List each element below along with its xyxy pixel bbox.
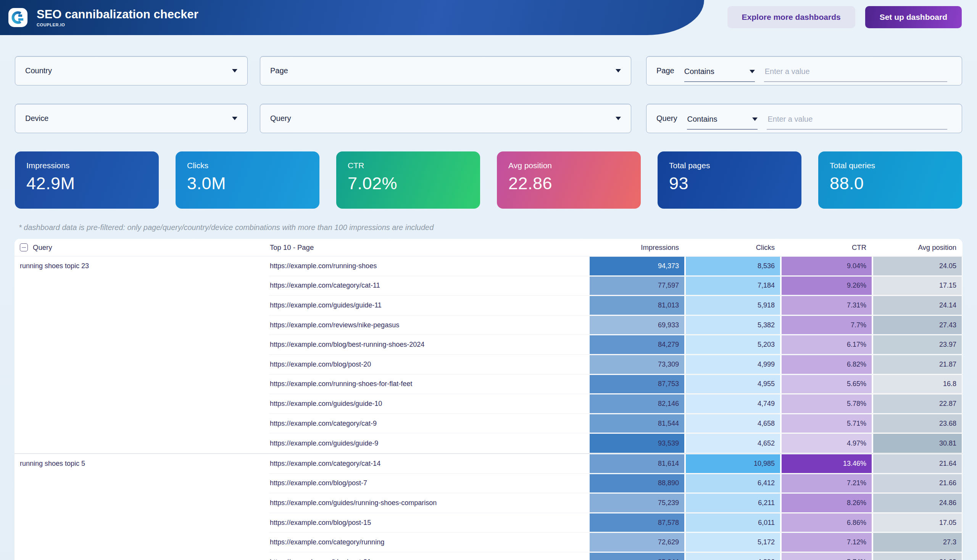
prefilter-note: * dashboard data is pre-filtered: only p… [19, 223, 977, 232]
avg-cell: 23.68 [873, 414, 962, 433]
kpi-card-total-queries: Total queries88.0 [818, 152, 962, 209]
query-filter-label: Query [270, 114, 291, 123]
kpi-card-impressions: Impressions42.9M [15, 152, 159, 209]
kpi-card-clicks: Clicks3.0M [175, 152, 319, 209]
page-url-cell: https://example.com/blog/post-15 [269, 513, 589, 533]
kpi-value: 3.0M [187, 173, 308, 193]
query-filter-value-input[interactable] [767, 115, 947, 130]
country-filter-label: Country [25, 67, 52, 75]
clicks-cell: 6,412 [686, 474, 780, 493]
avg-cell: 22.87 [873, 395, 962, 413]
avg-cell: 24.14 [873, 296, 962, 315]
table-row: https://example.com/running-shoes-for-fl… [269, 375, 962, 395]
ctr-cell: 7.21% [782, 474, 872, 493]
filter-row-1: Country Page Page Contains [15, 56, 962, 85]
page-column-header[interactable]: Top 10 - Page [269, 243, 589, 252]
query-header-label: Query [33, 243, 52, 252]
clicks-cell: 10,985 [686, 454, 780, 473]
impressions-cell: 69,933 [590, 316, 684, 335]
clicks-cell: 5,203 [686, 335, 780, 354]
page-url-cell: https://example.com/blog/best-running-sh… [269, 335, 589, 354]
ctr-cell: 7.7% [782, 316, 872, 335]
table-header-row: Query Top 10 - Page Impressions Clicks C… [15, 239, 962, 257]
page-url-cell: https://example.com/blog/post-7 [269, 474, 589, 493]
clicks-cell: 6,211 [686, 493, 780, 512]
device-filter-label: Device [25, 114, 48, 123]
impressions-cell: 84,279 [590, 335, 684, 354]
kpi-card-total-pages: Total pages93 [658, 152, 802, 209]
avg-cell: 16.8 [873, 375, 962, 394]
query-group: running shoes topic 5https://example.com… [15, 453, 962, 560]
page-operator-dropdown[interactable]: Contains [684, 67, 755, 82]
impressions-cell: 73,309 [590, 355, 684, 374]
impressions-cell: 88,890 [590, 474, 684, 493]
ctr-cell: 6.86% [782, 513, 872, 532]
impressions-cell: 87,578 [590, 513, 684, 532]
page-url-cell: https://example.com/guides/guide-11 [269, 296, 589, 315]
ctr-cell: 6.82% [782, 355, 872, 374]
page-url-cell: https://example.com/category/cat-14 [269, 454, 589, 473]
avg-cell: 21.64 [873, 454, 962, 473]
ctr-column-header[interactable]: CTR [781, 243, 872, 252]
table-body: running shoes topic 23https://example.co… [15, 257, 962, 560]
impressions-column-header[interactable]: Impressions [589, 243, 685, 252]
table-row: https://example.com/blog/best-running-sh… [269, 335, 962, 355]
page-url-cell: https://example.com/category/cat-11 [269, 276, 589, 296]
ctr-cell: 4.97% [782, 434, 872, 453]
page-url-cell: https://example.com/category/cat-9 [269, 414, 589, 433]
avg-position-column-header[interactable]: Avg position [872, 243, 962, 252]
avg-cell: 17.05 [873, 513, 962, 532]
kpi-label: CTR [348, 161, 469, 170]
query-operator-dropdown[interactable]: Contains [687, 115, 758, 130]
table-row: https://example.com/category/running72,6… [269, 533, 962, 552]
filter-area: Country Page Page Contains Device Query … [15, 56, 962, 133]
page-url-cell: https://example.com/guides/running-shoes… [269, 493, 589, 513]
avg-cell: 21.87 [873, 355, 962, 374]
explore-dashboards-button[interactable]: Explore more dashboards [727, 6, 855, 28]
page-url-cell: https://example.com/reviews/nike-pegasus [269, 315, 589, 335]
kpi-row: Impressions42.9MClicks3.0MCTR7.02%Avg po… [15, 152, 962, 209]
coupler-logo-icon [11, 11, 25, 24]
page-filter-dropdown[interactable]: Page [260, 56, 631, 85]
table-row: https://example.com/blog/post-788,8906,4… [269, 474, 962, 493]
table-row: https://example.com/blog/post-2073,3094,… [269, 355, 962, 375]
table-row: https://example.com/category/cat-1481,61… [269, 454, 962, 474]
device-filter-dropdown[interactable]: Device [15, 104, 248, 133]
page-url-cell: https://example.com/running-shoes [269, 257, 589, 276]
country-filter-dropdown[interactable]: Country [15, 56, 248, 85]
clicks-cell: 8,536 [686, 257, 780, 275]
page-url-cell: https://example.com/running-shoes-for-fl… [269, 375, 589, 394]
query-cell: running shoes topic 5 [15, 454, 269, 560]
ctr-cell: 7.12% [782, 533, 872, 552]
filter-row-2: Device Query Query Contains [15, 104, 962, 133]
table-row: https://example.com/blog/post-1587,5786,… [269, 513, 962, 533]
clicks-cell: 4,652 [686, 434, 780, 453]
collapse-minus-icon[interactable] [20, 243, 28, 252]
kpi-value: 42.9M [26, 173, 147, 193]
ctr-cell: 8.26% [782, 493, 872, 512]
page-subtitle: COUPLER.IO [37, 23, 199, 27]
header-buttons: Explore more dashboards Set up dashboard [727, 6, 962, 28]
setup-dashboard-button[interactable]: Set up dashboard [865, 6, 962, 28]
table-row: https://example.com/reviews/nike-pegasus… [269, 315, 962, 335]
title-block: SEO cannibalization checker COUPLER.IO [37, 8, 199, 27]
impressions-cell: 82,146 [590, 395, 684, 413]
clicks-cell: 4,749 [686, 395, 780, 413]
kpi-label: Impressions [26, 161, 147, 170]
kpi-value: 93 [669, 173, 790, 193]
clicks-cell: 6,011 [686, 513, 780, 532]
clicks-cell: 5,918 [686, 296, 780, 315]
page-contains-label: Page [656, 67, 675, 75]
query-filter-dropdown[interactable]: Query [260, 104, 631, 133]
table-row: https://example.com/guides/guide-993,539… [269, 433, 962, 453]
coupler-logo [8, 8, 27, 27]
query-column-header[interactable]: Query [15, 243, 269, 252]
clicks-column-header[interactable]: Clicks [685, 243, 781, 252]
avg-cell: 24.86 [873, 493, 962, 512]
table-row: https://example.com/guides/guide-1181,01… [269, 296, 962, 315]
avg-cell: 27.43 [873, 316, 962, 335]
page-filter-value-input[interactable] [764, 67, 947, 82]
page-filter-label: Page [270, 67, 288, 75]
ctr-cell: 5.71% [782, 414, 872, 433]
group-rows: https://example.com/running-shoes94,3738… [269, 257, 962, 453]
